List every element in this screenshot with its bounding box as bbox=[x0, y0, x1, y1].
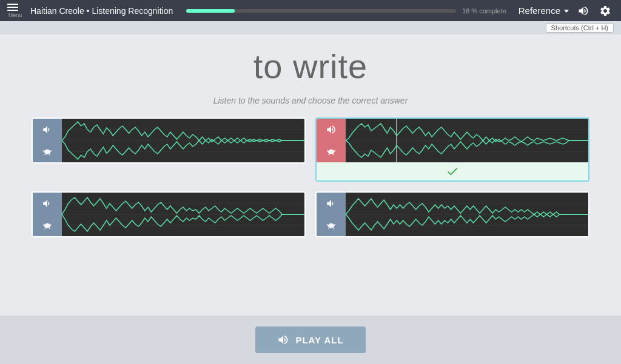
speaker-icon-bl bbox=[42, 198, 53, 209]
speaker-icon bbox=[42, 124, 53, 135]
speaker-active-icon bbox=[326, 124, 337, 135]
waveform-top-left bbox=[62, 119, 304, 162]
svg-point-8 bbox=[330, 149, 333, 152]
progress-bar-container bbox=[186, 9, 456, 13]
turtle-icon bbox=[42, 146, 53, 157]
waveform-bottom-right bbox=[346, 193, 588, 236]
slow-button-bottom-right[interactable] bbox=[317, 214, 346, 236]
audio-item-bottom-left bbox=[32, 191, 306, 237]
app-title: Haitian Creole • Listening Recognition bbox=[30, 6, 173, 16]
play-all-label: PLAY ALL bbox=[295, 335, 343, 345]
controls-bottom-right bbox=[317, 193, 346, 236]
shortcuts-button[interactable]: Shortcuts (Ctrl + H) bbox=[546, 23, 614, 33]
slow-button-bottom-left[interactable] bbox=[33, 214, 62, 236]
audio-grid bbox=[32, 117, 589, 237]
audio-item-top-left bbox=[32, 117, 306, 182]
controls-top-left bbox=[33, 119, 62, 162]
turtle-icon-bl bbox=[42, 220, 53, 231]
settings-button[interactable] bbox=[597, 2, 614, 19]
app-header: Menu Haitian Creole • Listening Recognit… bbox=[0, 0, 621, 21]
audio-row-bottom-right[interactable] bbox=[315, 191, 589, 237]
main-content: to write Listen to the sounds and choose… bbox=[0, 35, 621, 316]
audio-item-bottom-right bbox=[315, 191, 589, 237]
svg-point-2 bbox=[46, 149, 49, 152]
svg-point-21 bbox=[330, 223, 333, 226]
header-right: Reference bbox=[519, 2, 614, 19]
audio-row-bottom-left[interactable] bbox=[32, 191, 306, 237]
menu-label: Menu bbox=[8, 12, 22, 18]
controls-top-right bbox=[317, 119, 346, 162]
phrase-title: to write bbox=[253, 47, 368, 86]
turtle-icon-right bbox=[326, 146, 337, 157]
instruction-text: Listen to the sounds and choose the corr… bbox=[213, 96, 408, 105]
volume-icon bbox=[577, 5, 589, 17]
audio-row-top-right[interactable] bbox=[315, 117, 589, 182]
hamburger-icon bbox=[7, 4, 18, 11]
bottom-bar: PLAY ALL bbox=[0, 316, 621, 364]
speaker-icon-br bbox=[326, 198, 337, 209]
reference-label: Reference bbox=[519, 5, 560, 16]
play-button-top-right[interactable] bbox=[317, 119, 346, 141]
turtle-icon-br bbox=[326, 220, 337, 231]
shortcuts-bar: Shortcuts (Ctrl + H) bbox=[0, 21, 621, 35]
slow-button-top-left[interactable] bbox=[33, 141, 62, 162]
controls-bottom-left bbox=[33, 193, 62, 236]
audio-item-top-right bbox=[315, 117, 589, 182]
correct-checkmark bbox=[317, 162, 588, 180]
svg-point-15 bbox=[46, 223, 49, 226]
svg-marker-0 bbox=[564, 10, 569, 13]
chevron-down-icon bbox=[563, 7, 570, 15]
play-button-bottom-right[interactable] bbox=[317, 193, 346, 214]
play-button-top-left[interactable] bbox=[33, 119, 62, 141]
waveform-bottom-left bbox=[62, 193, 304, 236]
check-icon bbox=[446, 165, 459, 178]
audio-row-top-left[interactable] bbox=[32, 117, 306, 164]
play-all-button[interactable]: PLAY ALL bbox=[255, 326, 365, 353]
waveform-top-right bbox=[346, 119, 588, 162]
progress-text: 18 % complete bbox=[462, 7, 506, 15]
settings-icon bbox=[599, 5, 611, 17]
play-all-icon bbox=[277, 334, 289, 346]
volume-button[interactable] bbox=[575, 2, 592, 19]
reference-button[interactable]: Reference bbox=[519, 5, 570, 16]
menu-button[interactable]: Menu bbox=[7, 4, 23, 18]
play-button-bottom-left[interactable] bbox=[33, 193, 62, 214]
slow-button-top-right[interactable] bbox=[317, 141, 346, 162]
progress-bar-fill bbox=[186, 9, 235, 13]
